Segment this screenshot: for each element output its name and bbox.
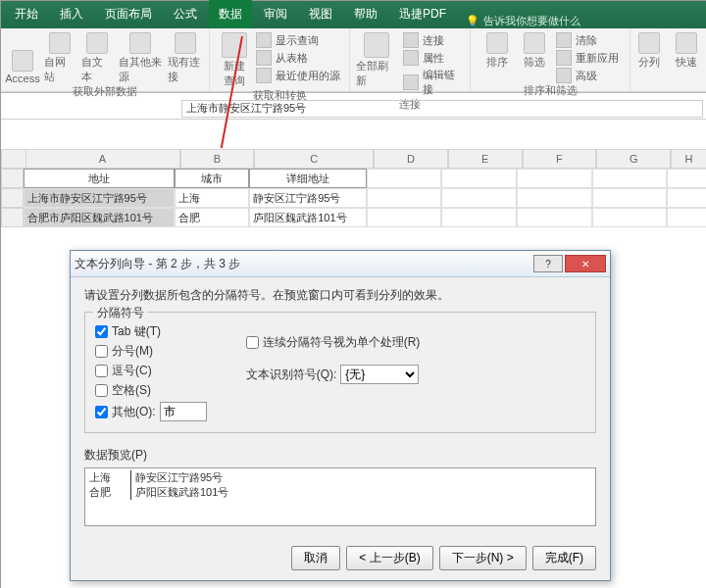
cell[interactable]: 详细地址 bbox=[249, 169, 367, 188]
tab-checkbox[interactable]: Tab 键(T) bbox=[95, 323, 207, 340]
select-all-corner[interactable] bbox=[1, 149, 26, 169]
recent-sources-button[interactable]: 最近使用的源 bbox=[256, 68, 340, 83]
advanced-button[interactable]: 高级 bbox=[556, 68, 619, 83]
tab-review[interactable]: 审阅 bbox=[254, 0, 297, 28]
properties-button[interactable]: 属性 bbox=[403, 50, 464, 66]
semicolon-checkbox[interactable]: 分号(M) bbox=[95, 343, 207, 360]
delimiters-legend: 分隔符号 bbox=[93, 305, 148, 321]
tab-help[interactable]: 帮助 bbox=[344, 0, 387, 28]
new-query-button[interactable]: 新建 查询 bbox=[219, 32, 250, 88]
cell[interactable]: 上海 bbox=[175, 188, 250, 208]
finish-button[interactable]: 完成(F) bbox=[532, 546, 596, 570]
refresh-all-button[interactable]: 全部刷新 bbox=[356, 32, 397, 88]
sort-button[interactable]: 排序 bbox=[481, 32, 513, 70]
tab-pdf[interactable]: 迅捷PDF bbox=[389, 0, 456, 28]
comma-checkbox[interactable]: 逗号(C) bbox=[95, 363, 207, 379]
group-label-sortfilter: 排序和筛选 bbox=[524, 83, 578, 100]
cell[interactable]: 合肥 bbox=[175, 208, 250, 227]
cell[interactable]: 上海市静安区江宁路95号 bbox=[24, 188, 175, 208]
ribbon-tabbar: 开始 插入 页面布局 公式 数据 审阅 视图 帮助 迅捷PDF 💡 告诉我你想要… bbox=[1, 1, 706, 28]
col-header[interactable]: F bbox=[523, 149, 597, 169]
tell-me-label: 告诉我你想要做什么 bbox=[483, 14, 580, 28]
dialog-instruction: 请设置分列数据所包含的分隔符号。在预览窗口内可看到分列的效果。 bbox=[84, 287, 596, 304]
text-to-columns-button[interactable]: 分列 bbox=[633, 32, 665, 70]
filter-button[interactable]: 筛选 bbox=[519, 32, 550, 70]
dialog-title: 文本分列向导 - 第 2 步，共 3 步 bbox=[75, 256, 240, 272]
tab-view[interactable]: 视图 bbox=[299, 0, 342, 28]
space-checkbox[interactable]: 空格(S) bbox=[95, 382, 207, 399]
tab-home[interactable]: 开始 bbox=[5, 0, 48, 28]
text-qualifier-label: 文本识别符号(Q): bbox=[246, 367, 337, 383]
tab-formulas[interactable]: 公式 bbox=[164, 0, 207, 28]
tab-data[interactable]: 数据 bbox=[209, 0, 252, 28]
cell[interactable]: 合肥市庐阳区魏武路101号 bbox=[24, 208, 175, 227]
edit-links-button[interactable]: 编辑链接 bbox=[403, 68, 464, 97]
cell[interactable]: 地址 bbox=[24, 169, 175, 188]
existing-conn-button[interactable]: 现有连接 bbox=[168, 32, 203, 84]
row-header[interactable] bbox=[1, 169, 24, 188]
consecutive-checkbox[interactable]: 连续分隔符号视为单个处理(R) bbox=[246, 334, 421, 351]
flash-fill-button[interactable]: 快速 bbox=[671, 32, 702, 70]
lightbulb-icon: 💡 bbox=[466, 15, 479, 27]
cell[interactable]: 静安区江宁路95号 bbox=[249, 188, 367, 208]
col-header[interactable]: D bbox=[374, 149, 448, 169]
cancel-button[interactable]: 取消 bbox=[291, 546, 340, 570]
data-preview: 上海静安区江宁路95号 合肥庐阳区魏武路101号 bbox=[84, 467, 596, 526]
formula-input[interactable]: 上海市静安区江宁路95号 bbox=[181, 100, 703, 118]
row-header[interactable] bbox=[1, 188, 24, 208]
reapply-button[interactable]: 重新应用 bbox=[556, 50, 619, 66]
group-label-external: 获取外部数据 bbox=[73, 84, 137, 101]
col-header[interactable]: G bbox=[596, 149, 671, 169]
help-button[interactable]: ? bbox=[533, 255, 563, 272]
other-checkbox[interactable]: 其他(O): bbox=[95, 402, 207, 421]
col-header[interactable]: C bbox=[254, 149, 374, 169]
ribbon: Access 自网站 自文本 自其他来源 现有连接 获取外部数据 新建 查询 显… bbox=[1, 28, 706, 92]
from-web-button[interactable]: 自网站 bbox=[44, 32, 76, 84]
back-button[interactable]: < 上一步(B) bbox=[346, 546, 432, 570]
from-access-button[interactable]: Access bbox=[7, 50, 38, 84]
tab-insert[interactable]: 插入 bbox=[50, 0, 93, 28]
tab-pagelayout[interactable]: 页面布局 bbox=[95, 0, 162, 28]
from-table-button[interactable]: 从表格 bbox=[256, 50, 340, 66]
col-header[interactable]: H bbox=[671, 149, 706, 169]
worksheet[interactable]: A B C D E F G H 地址 城市 详细地址 上海市静安区江宁路95号 … bbox=[1, 149, 706, 227]
next-button[interactable]: 下一步(N) > bbox=[439, 546, 527, 570]
text-to-columns-dialog: 文本分列向导 - 第 2 步，共 3 步 ? ✕ 请设置分列数据所包含的分隔符号… bbox=[70, 250, 611, 581]
row-header[interactable] bbox=[1, 208, 24, 227]
text-qualifier-select[interactable]: {无} bbox=[340, 365, 419, 384]
other-delimiter-input[interactable] bbox=[160, 402, 207, 421]
show-queries-button[interactable]: 显示查询 bbox=[256, 32, 340, 48]
formula-bar: 上海市静安区江宁路95号 bbox=[1, 99, 706, 120]
close-button[interactable]: ✕ bbox=[565, 255, 606, 272]
connections-button[interactable]: 连接 bbox=[403, 32, 464, 48]
from-text-button[interactable]: 自文本 bbox=[81, 32, 113, 84]
from-other-button[interactable]: 自其他来源 bbox=[119, 32, 162, 84]
col-header[interactable]: E bbox=[448, 149, 523, 169]
tell-me[interactable]: 💡 告诉我你想要做什么 bbox=[466, 14, 580, 28]
cell[interactable]: 庐阳区魏武路101号 bbox=[249, 208, 367, 227]
col-header[interactable]: A bbox=[25, 149, 180, 169]
preview-label: 数据预览(P) bbox=[84, 447, 596, 464]
cell[interactable]: 城市 bbox=[175, 169, 250, 188]
clear-filter-button[interactable]: 清除 bbox=[556, 32, 619, 48]
col-header[interactable]: B bbox=[180, 149, 255, 169]
